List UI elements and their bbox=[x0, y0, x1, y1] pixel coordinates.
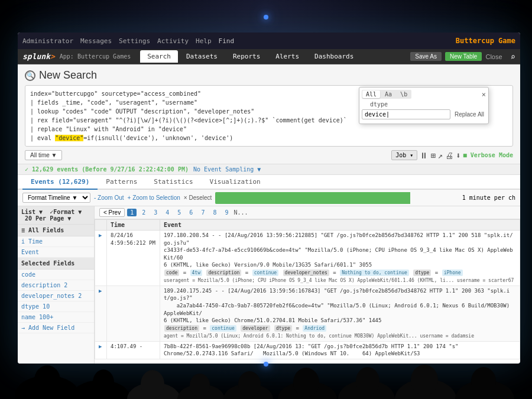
format-btn[interactable]: ✓Format ▼ bbox=[50, 209, 82, 215]
tab-search[interactable]: Search bbox=[140, 50, 178, 63]
table-row: ▶ 189.240.175.245 - - [24/Aug/2016 13:59… bbox=[95, 286, 520, 341]
results-tab-events[interactable]: Events (12,629) bbox=[22, 175, 98, 190]
nav-messages[interactable]: Messages bbox=[80, 37, 112, 45]
svg-point-15 bbox=[411, 365, 438, 395]
print-icon[interactable]: 🖨 bbox=[445, 151, 453, 160]
page-6[interactable]: 6 bbox=[186, 209, 196, 216]
replace-input[interactable] bbox=[362, 109, 450, 119]
page-1[interactable]: 1 bbox=[127, 209, 137, 216]
fr-toggle-aa[interactable]: Aa bbox=[381, 90, 395, 98]
device-highlight: "device" bbox=[55, 135, 83, 141]
field-item-i[interactable]: i Time bbox=[18, 236, 94, 247]
left-panel: List ▼ ✓Format ▼ 20 Per Page ▼ ≡ All Fie… bbox=[18, 206, 95, 364]
per-min-label: 1 minute per ch bbox=[462, 194, 515, 201]
close-button[interactable]: Close bbox=[485, 53, 502, 60]
results-table-wrapper: Time Event ▶ 8/24/164:59:56:212 PM 197.1… bbox=[95, 219, 520, 359]
buttercup-brand: Buttercup Game bbox=[456, 37, 515, 45]
time-range-bar: All time ▼ Job ▾ ⏸ ⊞ ↗ 🖨 ⬇ ■ Verbose Mod… bbox=[25, 149, 513, 161]
nav-administrator[interactable]: Administrator bbox=[22, 37, 73, 45]
page-2[interactable]: 2 bbox=[139, 209, 148, 216]
deselect-btn[interactable]: × Deselect bbox=[184, 194, 212, 201]
useragent-row1: useragent = Mozilla/5.0 (iPhone; CPU iPh… bbox=[164, 278, 514, 283]
job-button[interactable]: Job ▾ bbox=[391, 150, 417, 160]
nav-settings[interactable]: Settings bbox=[119, 37, 150, 45]
svg-point-3 bbox=[93, 369, 114, 395]
list-btn[interactable]: List ▼ bbox=[21, 209, 43, 215]
page-3[interactable]: 3 bbox=[151, 209, 160, 216]
top-nav-bar: Administrator Messages Settings Activity… bbox=[18, 33, 520, 49]
prev-page-btn[interactable]: < Prev bbox=[99, 208, 125, 217]
fr-toggle-ab[interactable]: \b bbox=[397, 90, 411, 98]
row-expand-1[interactable]: ▶ bbox=[95, 231, 107, 286]
svg-point-11 bbox=[293, 368, 319, 397]
global-search-icon[interactable]: ⌕ bbox=[511, 52, 515, 61]
new-table-button[interactable]: New Table bbox=[445, 52, 482, 61]
val-4tw: 4tw bbox=[190, 270, 202, 276]
val-nothing: Nothing to do, continue bbox=[340, 270, 409, 276]
audience-silhouettes bbox=[0, 352, 532, 399]
results-tab-statistics[interactable]: Statistics bbox=[145, 175, 201, 190]
code-line-6: | eval "device"=if(isnull('device'), 'un… bbox=[30, 134, 508, 142]
val-continue-2: continue bbox=[210, 325, 236, 332]
results-tab-patterns[interactable]: Patterns bbox=[98, 175, 145, 190]
field-item-description[interactable]: description 2 bbox=[18, 280, 94, 291]
row-event-2: 189.240.175.245 - - [24/Aug/2016 13:59:5… bbox=[160, 286, 520, 341]
nav-help[interactable]: Help bbox=[196, 37, 212, 45]
field-item-event[interactable]: Event bbox=[18, 247, 94, 258]
table-header-row: Time Event bbox=[95, 220, 520, 231]
page-4[interactable]: 4 bbox=[163, 209, 172, 216]
field-item-developer-notes[interactable]: developer_notes 2 bbox=[18, 291, 94, 301]
field-item-code[interactable]: code bbox=[18, 270, 94, 280]
val-andriod: Andriod bbox=[303, 325, 326, 332]
grid-icon[interactable]: ⊞ bbox=[430, 151, 435, 160]
add-new-field-btn[interactable]: → Add New Field bbox=[18, 323, 94, 333]
fields-header[interactable]: List ▼ ✓Format ▼ 20 Per Page ▼ bbox=[18, 206, 94, 225]
find-input-row: dtype bbox=[362, 101, 486, 108]
splunk-logo: splunk> bbox=[22, 52, 55, 61]
tab-alerts[interactable]: Alerts bbox=[268, 50, 306, 63]
fr-toggle-all[interactable]: All bbox=[362, 90, 380, 98]
format-timeline-select[interactable]: Format Timeline ▼ bbox=[22, 193, 90, 203]
download-icon[interactable]: ⬇ bbox=[456, 151, 460, 160]
replace-all-button[interactable]: Replace All bbox=[453, 111, 486, 118]
zoom-selection-btn[interactable]: + Zoom to Selection bbox=[128, 194, 180, 201]
events-count: ✓ 12,629 events (Before 9/27/16 2:22:42:… bbox=[25, 166, 189, 173]
per-page-btn[interactable]: 20 Per Page ▼ bbox=[25, 215, 71, 222]
page-9[interactable]: 9 bbox=[222, 209, 231, 216]
page-8[interactable]: 8 bbox=[210, 209, 219, 216]
tab-reports[interactable]: Reports bbox=[226, 50, 267, 63]
val-iphone: iPhone bbox=[442, 270, 463, 276]
search-controls-right: Job ▾ ⏸ ⊞ ↗ 🖨 ⬇ ■ Verbose Mode bbox=[391, 150, 513, 160]
zoom-out-btn[interactable]: - Zoom Out bbox=[94, 194, 124, 201]
sampling-dropdown[interactable]: No Event Sampling ▼ bbox=[193, 166, 261, 173]
svg-point-17 bbox=[471, 367, 496, 395]
field-item-dtype[interactable]: dtype 10 bbox=[18, 301, 94, 312]
col-time: Time bbox=[107, 220, 160, 231]
page-dots: N... bbox=[233, 209, 248, 216]
tab-dashboards[interactable]: Dashboards bbox=[307, 50, 361, 63]
search-area: 🔍 New Search index="buttercupgo" sourcet… bbox=[18, 64, 520, 164]
row-expand-2[interactable]: ▶ bbox=[95, 286, 107, 341]
page-7[interactable]: 7 bbox=[198, 209, 207, 216]
tab-datasets[interactable]: Datasets bbox=[179, 50, 225, 63]
save-as-button[interactable]: Save As bbox=[410, 52, 442, 61]
right-content: < Prev 1 2 3 4 5 6 7 8 9 N... Time bbox=[95, 206, 520, 364]
search-bar-container: index="buttercupgo" sourcetype="access_c… bbox=[25, 85, 513, 147]
all-fields-header[interactable]: ≡ All Fields bbox=[18, 225, 94, 236]
brand-area: Buttercup Game bbox=[456, 37, 515, 45]
nav-activity[interactable]: Activity bbox=[157, 37, 189, 45]
results-tab-visualization[interactable]: Visualization bbox=[202, 175, 269, 190]
pause-icon[interactable]: ⏸ bbox=[420, 151, 428, 160]
share-icon[interactable]: ↗ bbox=[438, 151, 443, 160]
verbose-mode-toggle[interactable]: ■ Verbose Mode bbox=[463, 152, 513, 158]
all-time-dropdown[interactable]: All time ▼ bbox=[25, 150, 62, 160]
field-item-name[interactable]: name 100+ bbox=[18, 312, 94, 323]
field-developer-notes: developer_notes bbox=[283, 270, 329, 276]
screen-content: Administrator Messages Settings Activity… bbox=[18, 33, 520, 364]
find-replace-close[interactable]: × bbox=[482, 90, 486, 99]
dtype-label: dtype bbox=[362, 101, 388, 108]
page-5[interactable]: 5 bbox=[174, 209, 184, 216]
events-info-bar: ✓ 12,629 events (Before 9/27/16 2:22:42:… bbox=[18, 164, 520, 175]
selected-fields-header: Selected Fields bbox=[18, 258, 94, 270]
search-circle-icon: 🔍 bbox=[25, 70, 35, 81]
